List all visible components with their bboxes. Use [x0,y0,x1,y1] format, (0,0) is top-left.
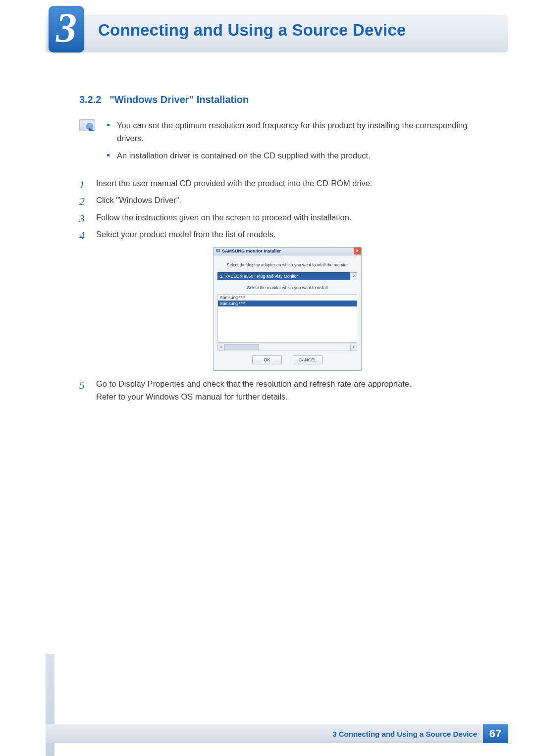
step-text: Click "Windows Driver". [96,196,181,204]
dialog-body: Select the display adapter on which you … [214,255,361,370]
dialog-instruction: Select the display adapter on which you … [217,259,357,272]
chevron-down-icon [352,275,355,278]
monitor-list[interactable]: Samsung **** Samsung **** [217,294,357,343]
ok-button[interactable]: OK [252,355,282,364]
dialog-screenshot: SAMSUNG monitor installer × Select the d… [213,247,362,371]
step-text: Follow the instructions given on the scr… [96,213,351,222]
dropdown-button[interactable] [350,272,357,280]
step-item: 2 Click "Windows Driver". [79,194,495,207]
cancel-button[interactable]: CANCEL [293,355,322,364]
step-text: Go to Display Properties and check that … [96,379,412,388]
note-bullet: You can set the optimum resolution and f… [117,119,495,145]
chevron-right-icon [352,346,355,349]
adapter-select[interactable]: 1. RADEON 9550 : Plug and Play Monitor [217,272,357,280]
installer-dialog: SAMSUNG monitor installer × Select the d… [213,247,362,371]
section-title: 3.2.2 "Windows Driver" Installation [79,94,495,105]
svg-marker-3 [220,346,221,349]
list-item-selected[interactable]: Samsung **** [218,301,357,306]
step-number: 5 [79,377,85,394]
dialog-title-text: SAMSUNG monitor installer [222,249,281,253]
step-number: 1 [79,176,85,193]
section-heading: "Windows Driver" Installation [109,94,249,105]
svg-marker-2 [352,276,355,277]
scroll-left-button[interactable] [217,344,224,351]
page-number: 67 [489,727,501,740]
steps-list-cont: 5 Go to Display Properties and check tha… [79,378,495,403]
note-bullet: An installation driver is contained on t… [117,150,495,162]
step-number: 4 [79,227,85,244]
page: 3 Connecting and Using a Source Device 3… [0,0,535,756]
note-icon [79,119,95,131]
steps-list: 1 Insert the user manual CD provided wit… [79,177,495,241]
close-button[interactable]: × [354,248,361,254]
step-item: 3 Follow the instructions given on the s… [79,211,495,224]
chapter-badge: 3 [49,6,84,52]
dialog-buttons: OK CANCEL [217,351,357,366]
step-text: Refer to your Windows OS manual for furt… [96,392,288,401]
app-icon [215,249,220,253]
svg-marker-4 [353,346,355,349]
footer-label: 3 Connecting and Using a Source Device [332,730,477,738]
step-text: Insert the user manual CD provided with … [96,179,373,188]
scroll-thumb[interactable] [224,344,259,350]
step-item: 5 Go to Display Properties and check tha… [79,378,495,403]
step-text: Select your product model from the list … [96,230,275,239]
dialog-title: SAMSUNG monitor installer [215,249,281,253]
list-item[interactable]: Samsung **** [218,295,357,301]
page-number-badge: 67 [483,724,508,743]
body: 3.2.2 "Windows Driver" Installation You … [79,94,495,407]
dialog-instruction2: Select the monitor which you want to ins… [217,283,357,294]
chevron-left-icon [219,346,222,349]
svg-rect-1 [216,250,219,252]
note-bullets: You can set the optimum resolution and f… [104,119,495,167]
chapter-number: 3 [56,7,77,49]
scroll-track[interactable] [224,344,350,351]
step-item: 4 Select your product model from the lis… [79,228,495,241]
step-number: 3 [79,210,85,227]
horizontal-scrollbar[interactable] [217,344,357,351]
dialog-titlebar: SAMSUNG monitor installer × [214,248,361,255]
step-number: 2 [79,193,85,210]
scroll-right-button[interactable] [350,344,357,351]
section-number: 3.2.2 [79,94,101,105]
adapter-selected: 1. RADEON 9550 : Plug and Play Monitor [217,272,350,280]
chapter-title: Connecting and Using a Source Device [98,21,406,40]
note-block: You can set the optimum resolution and f… [79,119,495,167]
footer-band: 3 Connecting and Using a Source Device 6… [46,724,508,743]
step-item: 1 Insert the user manual CD provided wit… [79,177,495,190]
